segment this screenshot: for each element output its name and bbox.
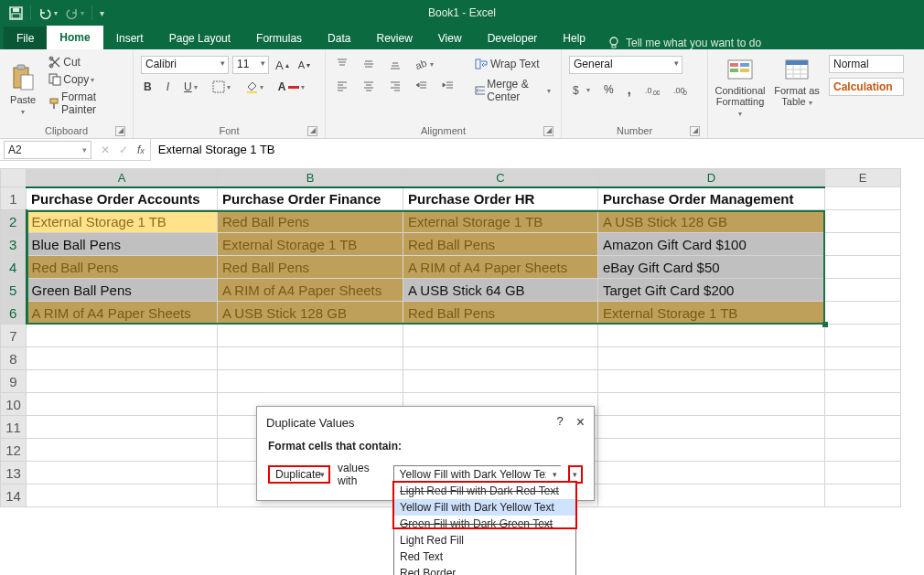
tab-developer[interactable]: Developer <box>475 27 551 49</box>
row-header-13[interactable]: 13 <box>1 462 27 484</box>
row-header-7[interactable]: 7 <box>1 325 27 347</box>
cell[interactable]: A RIM of A4 Paper Sheets <box>403 256 598 279</box>
row-header-14[interactable]: 14 <box>1 484 27 507</box>
format-option[interactable]: Light Red Fill with Dark Red Text <box>394 483 575 499</box>
cell[interactable]: Red Ball Pens <box>218 210 403 233</box>
select-all-corner[interactable] <box>1 169 27 187</box>
cell[interactable]: A RIM of A4 Paper Sheets <box>27 302 218 325</box>
cell[interactable] <box>598 370 825 393</box>
cell[interactable] <box>825 416 901 439</box>
cell[interactable]: Red Ball Pens <box>403 302 598 325</box>
cell[interactable]: Purchase Order HR <box>403 187 598 210</box>
cell[interactable] <box>27 439 218 462</box>
align-bottom-button[interactable] <box>386 57 404 71</box>
tell-me[interactable]: Tell me what you want to do <box>607 37 761 49</box>
format-option[interactable]: Green Fill with Dark Green Text <box>394 516 575 532</box>
tab-home[interactable]: Home <box>47 26 102 49</box>
font-name-select[interactable]: Calibri <box>141 56 229 74</box>
increase-font-button[interactable]: A▴ <box>273 58 292 73</box>
conditional-formatting-button[interactable]: ConditionalFormatting ▾ <box>715 53 765 119</box>
bold-button[interactable]: B <box>141 80 155 94</box>
row-header-1[interactable]: 1 <box>1 187 27 210</box>
cell[interactable]: A RIM of A4 Paper Sheets <box>218 279 403 302</box>
col-header-E[interactable]: E <box>825 169 901 187</box>
cell[interactable] <box>27 325 218 347</box>
cell[interactable] <box>403 370 598 393</box>
format-options-list[interactable]: Light Red Fill with Dark Red TextYellow … <box>393 482 576 575</box>
cell[interactable] <box>27 393 218 416</box>
row-header-2[interactable]: 2 <box>1 210 27 233</box>
cell[interactable] <box>825 462 901 484</box>
qat-customize[interactable]: ▾ <box>100 8 104 18</box>
cell[interactable] <box>598 347 825 370</box>
decrease-decimal-button[interactable]: .00.0 <box>671 83 691 97</box>
copy-button[interactable]: Copy▾ <box>46 72 125 87</box>
col-header-C[interactable]: C <box>403 169 598 187</box>
tab-formulas[interactable]: Formulas <box>243 27 315 49</box>
cell[interactable] <box>825 187 901 210</box>
cell[interactable]: Target Gift Card $200 <box>598 279 825 302</box>
borders-button[interactable]: ▾ <box>210 80 233 94</box>
col-header-D[interactable]: D <box>598 169 825 187</box>
cell[interactable]: Purchase Order Management <box>598 187 825 210</box>
cell[interactable] <box>598 484 825 507</box>
align-right-button[interactable] <box>386 79 404 93</box>
tab-review[interactable]: Review <box>363 27 424 49</box>
cell[interactable] <box>598 462 825 484</box>
merge-center-button[interactable]: Merge & Center▾ <box>472 77 553 104</box>
cell[interactable] <box>27 370 218 393</box>
italic-button[interactable]: I <box>164 80 172 94</box>
duplicate-type-select[interactable]: Duplicate <box>268 465 330 484</box>
comma-button[interactable]: , <box>625 81 634 98</box>
increase-indent-button[interactable] <box>439 79 457 93</box>
cell[interactable] <box>218 325 403 347</box>
cell[interactable] <box>825 210 901 233</box>
alignment-dialog-launcher[interactable]: ◢ <box>543 126 553 136</box>
format-option[interactable]: Yellow Fill with Dark Yellow Text <box>394 499 575 516</box>
format-option[interactable]: Red Text <box>394 548 575 565</box>
cell[interactable] <box>403 347 598 370</box>
accounting-format-button[interactable]: $▾ <box>569 82 593 97</box>
cell[interactable] <box>27 462 218 484</box>
font-color-button[interactable]: A▾ <box>275 80 308 94</box>
tab-page-layout[interactable]: Page Layout <box>156 27 243 49</box>
format-as-table-button[interactable]: Format asTable ▾ <box>772 53 822 108</box>
cell[interactable] <box>27 347 218 370</box>
cell[interactable]: Green Ball Pens <box>27 279 218 302</box>
align-top-button[interactable] <box>333 57 351 71</box>
cell[interactable] <box>825 347 901 370</box>
row-header-6[interactable]: 6 <box>1 302 27 325</box>
cell[interactable]: Purchase Order Finance <box>218 187 403 210</box>
cell[interactable] <box>825 325 901 347</box>
format-option[interactable]: Light Red Fill <box>394 532 575 548</box>
number-dialog-launcher[interactable]: ◢ <box>690 126 700 136</box>
cell[interactable] <box>598 393 825 416</box>
dialog-close-button[interactable]: × <box>576 414 585 431</box>
format-select-dropdown-button[interactable]: ▾ <box>568 465 583 484</box>
cell[interactable] <box>825 370 901 393</box>
cell[interactable] <box>825 233 901 256</box>
row-header-12[interactable]: 12 <box>1 439 27 462</box>
row-header-4[interactable]: 4 <box>1 256 27 279</box>
underline-button[interactable]: U▾ <box>181 80 200 94</box>
cell[interactable]: External Storage 1 TB <box>403 210 598 233</box>
row-header-5[interactable]: 5 <box>1 279 27 302</box>
col-header-B[interactable]: B <box>218 169 403 187</box>
cell[interactable]: A USB Stick 128 GB <box>218 302 403 325</box>
fill-color-button[interactable]: ▾ <box>242 80 266 94</box>
cell[interactable] <box>825 393 901 416</box>
cell[interactable]: Red Ball Pens <box>218 256 403 279</box>
cell[interactable] <box>825 484 901 507</box>
cell[interactable]: Blue Ball Pens <box>27 233 218 256</box>
cell[interactable] <box>27 416 218 439</box>
col-header-A[interactable]: A <box>27 169 218 187</box>
font-dialog-launcher[interactable]: ◢ <box>307 126 317 136</box>
dialog-help-button[interactable]: ? <box>556 414 563 431</box>
decrease-indent-button[interactable] <box>413 79 431 93</box>
cell[interactable]: External Storage 1 TB <box>218 233 403 256</box>
format-option[interactable]: Red Border <box>394 565 575 575</box>
cell-style-calculation[interactable]: Calculation <box>829 78 904 96</box>
decrease-font-button[interactable]: A▾ <box>295 59 313 71</box>
enter-formula-button[interactable]: ✓ <box>119 144 128 156</box>
undo-button[interactable]: ▾ <box>38 7 58 19</box>
